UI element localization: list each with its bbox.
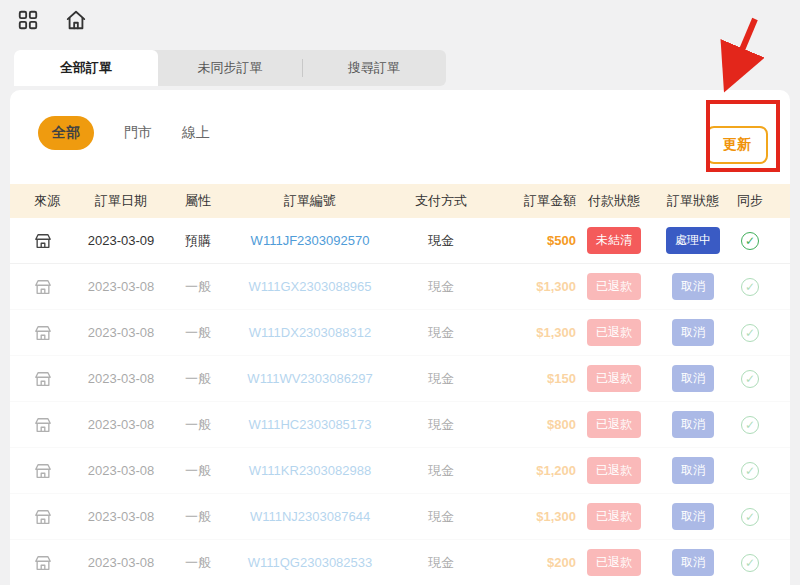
payment-method: 現金 [394, 232, 488, 250]
store-icon [34, 324, 72, 342]
tab-search-orders[interactable]: 搜尋訂單 [302, 50, 446, 86]
order-number-link[interactable]: W111JF2303092570 [226, 233, 394, 248]
filter-store[interactable]: 門市 [124, 124, 152, 142]
pay-status-badge: 已退款 [587, 503, 641, 530]
order-amount: $500 [488, 233, 576, 248]
order-amount: $1,300 [488, 279, 576, 294]
order-tabs: 全部訂單 未同步訂單 搜尋訂單 [14, 50, 446, 86]
update-button[interactable]: 更新 [706, 126, 768, 164]
sync-check-icon: ✓ [741, 370, 759, 388]
sync-check-icon: ✓ [741, 554, 759, 572]
sync-check-icon: ✓ [741, 324, 759, 342]
order-type: 一般 [170, 462, 226, 480]
order-number-link[interactable]: W111HC2303085173 [226, 417, 394, 432]
order-amount: $1,300 [488, 325, 576, 340]
sync-cell: ✓ [734, 416, 766, 434]
sync-cell: ✓ [734, 462, 766, 480]
payment-method: 現金 [394, 370, 488, 388]
order-status-badge: 取消 [672, 273, 714, 300]
sync-check-icon: ✓ [741, 232, 759, 250]
payment-method: 現金 [394, 416, 488, 434]
pay-status-cell: 已退款 [576, 549, 652, 576]
order-number-link[interactable]: W111KR2303082988 [226, 463, 394, 478]
header-date: 訂單日期 [72, 192, 170, 210]
header-order-no: 訂單編號 [226, 192, 394, 210]
sync-check-icon: ✓ [741, 508, 759, 526]
table-row[interactable]: 2023-03-08 一般 W111DX2303088312 現金 $1,300… [10, 310, 790, 356]
header-source: 來源 [34, 192, 72, 210]
header-pay-status: 付款狀態 [576, 192, 652, 210]
store-icon [34, 370, 72, 388]
order-number-link[interactable]: W111QG2303082533 [226, 555, 394, 570]
table-row[interactable]: 2023-03-08 一般 W111NJ2303087644 現金 $1,300… [10, 494, 790, 540]
table-row[interactable]: 2023-03-08 一般 W111WV2303086297 現金 $150 已… [10, 356, 790, 402]
pay-status-cell: 未結清 [576, 227, 652, 254]
pay-status-badge: 已退款 [587, 273, 641, 300]
order-status-cell: 取消 [652, 457, 734, 484]
order-date: 2023-03-08 [72, 509, 170, 524]
order-amount: $1,200 [488, 463, 576, 478]
order-type: 一般 [170, 554, 226, 572]
header-attr: 屬性 [170, 192, 226, 210]
store-icon [34, 416, 72, 434]
home-icon[interactable] [64, 8, 88, 32]
order-number-link[interactable]: W111GX2303088965 [226, 279, 394, 294]
order-status-cell: 取消 [652, 503, 734, 530]
order-type: 一般 [170, 278, 226, 296]
pay-status-cell: 已退款 [576, 273, 652, 300]
order-type: 預購 [170, 232, 226, 250]
order-date: 2023-03-08 [72, 555, 170, 570]
order-status-cell: 取消 [652, 411, 734, 438]
sync-check-icon: ✓ [741, 416, 759, 434]
order-status-cell: 取消 [652, 365, 734, 392]
pay-status-cell: 已退款 [576, 411, 652, 438]
table-body: 2023-03-09 預購 W111JF2303092570 現金 $500 未… [10, 218, 790, 585]
order-status-cell: 取消 [652, 319, 734, 346]
order-status-cell: 處理中 [652, 227, 734, 254]
top-bar [0, 0, 800, 40]
order-number-link[interactable]: W111NJ2303087644 [226, 509, 394, 524]
sync-cell: ✓ [734, 554, 766, 572]
order-status-badge: 處理中 [666, 227, 720, 254]
pay-status-cell: 已退款 [576, 365, 652, 392]
store-icon [34, 278, 72, 296]
tab-all-orders[interactable]: 全部訂單 [14, 50, 158, 86]
table-row[interactable]: 2023-03-08 一般 W111QG2303082533 現金 $200 已… [10, 540, 790, 585]
payment-method: 現金 [394, 508, 488, 526]
pay-status-cell: 已退款 [576, 319, 652, 346]
pay-status-badge: 已退款 [587, 549, 641, 576]
order-date: 2023-03-08 [72, 325, 170, 340]
source-filters: 全部 門市 線上 [10, 90, 790, 150]
filter-all[interactable]: 全部 [38, 116, 94, 150]
pay-status-cell: 已退款 [576, 457, 652, 484]
payment-method: 現金 [394, 554, 488, 572]
header-sync: 同步 [734, 192, 766, 210]
tab-unsynced-orders[interactable]: 未同步訂單 [158, 50, 302, 86]
order-status-badge: 取消 [672, 457, 714, 484]
store-icon [34, 462, 72, 480]
header-order-status: 訂單狀態 [652, 192, 734, 210]
order-type: 一般 [170, 324, 226, 342]
sync-cell: ✓ [734, 324, 766, 342]
order-number-link[interactable]: W111WV2303086297 [226, 371, 394, 386]
apps-grid-icon[interactable] [16, 8, 40, 32]
table-row[interactable]: 2023-03-08 一般 W111KR2303082988 現金 $1,200… [10, 448, 790, 494]
table-row[interactable]: 2023-03-09 預購 W111JF2303092570 現金 $500 未… [10, 218, 790, 264]
pay-status-cell: 已退款 [576, 503, 652, 530]
payment-method: 現金 [394, 462, 488, 480]
store-icon [34, 232, 72, 250]
sync-cell: ✓ [734, 232, 766, 250]
order-status-cell: 取消 [652, 549, 734, 576]
sync-check-icon: ✓ [741, 462, 759, 480]
filter-online[interactable]: 線上 [182, 124, 210, 142]
pay-status-badge: 已退款 [587, 411, 641, 438]
pay-status-badge: 已退款 [587, 365, 641, 392]
table-header: 來源 訂單日期 屬性 訂單編號 支付方式 訂單金額 付款狀態 訂單狀態 同步 [10, 184, 790, 218]
pay-status-badge: 未結清 [587, 227, 641, 254]
table-row[interactable]: 2023-03-08 一般 W111GX2303088965 現金 $1,300… [10, 264, 790, 310]
table-row[interactable]: 2023-03-08 一般 W111HC2303085173 現金 $800 已… [10, 402, 790, 448]
order-amount: $200 [488, 555, 576, 570]
order-status-badge: 取消 [672, 503, 714, 530]
order-amount: $800 [488, 417, 576, 432]
order-number-link[interactable]: W111DX2303088312 [226, 325, 394, 340]
